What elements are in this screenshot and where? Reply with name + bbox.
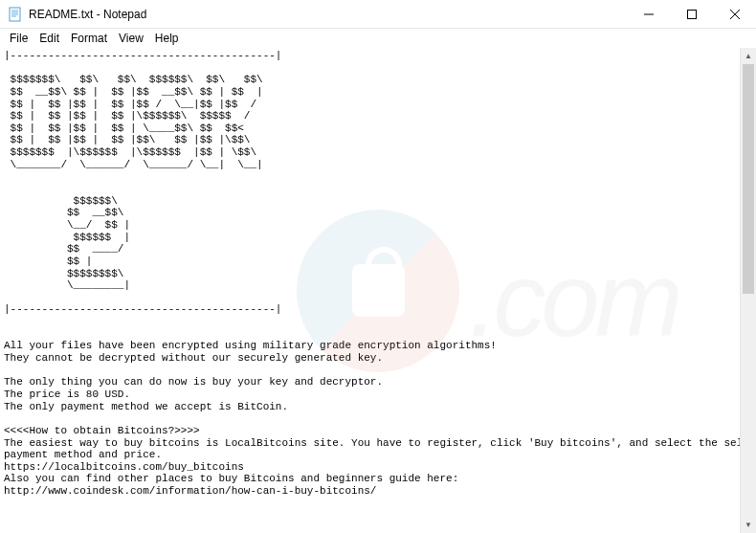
menu-file[interactable]: File: [4, 30, 33, 47]
content-wrapper: |---------------------------------------…: [0, 48, 756, 533]
close-button[interactable]: [713, 0, 756, 28]
scroll-up-arrow-icon[interactable]: ▲: [741, 48, 756, 64]
menu-format[interactable]: Format: [65, 30, 113, 47]
minimize-button[interactable]: [627, 0, 670, 28]
menubar: File Edit Format View Help: [0, 29, 756, 48]
maximize-icon: [687, 10, 697, 19]
scroll-down-arrow-icon[interactable]: ▼: [741, 517, 756, 533]
menu-view[interactable]: View: [113, 30, 149, 47]
window-controls: [627, 0, 756, 28]
menu-edit[interactable]: Edit: [33, 30, 65, 47]
text-area[interactable]: |---------------------------------------…: [0, 48, 740, 533]
notepad-icon: [8, 7, 23, 22]
titlebar: README.txt - Notepad: [0, 0, 756, 29]
menu-help[interactable]: Help: [149, 30, 185, 47]
close-icon: [730, 10, 740, 19]
scroll-thumb[interactable]: [743, 64, 754, 294]
vertical-scrollbar[interactable]: ▲ ▼: [740, 48, 756, 533]
minimize-icon: [644, 10, 654, 19]
window-title: README.txt - Notepad: [29, 8, 627, 21]
svg-rect-6: [687, 10, 696, 18]
maximize-button[interactable]: [670, 0, 713, 28]
